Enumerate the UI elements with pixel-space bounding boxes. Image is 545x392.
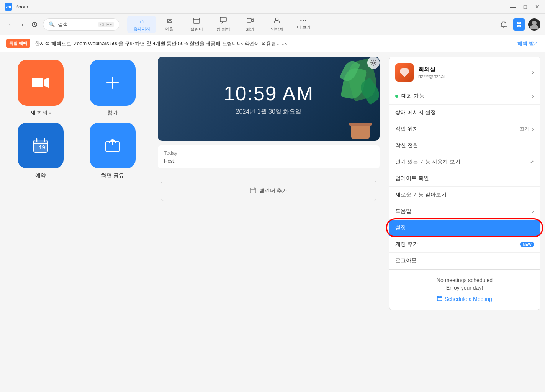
clock-date: 2024년 1월 30일 화요일	[236, 108, 302, 116]
add-account-label: 계정 추가	[395, 241, 517, 248]
available-label: 대화 가능	[401, 93, 529, 100]
tab-calendar[interactable]: 캘린더	[183, 15, 210, 34]
settings-label: 설정	[395, 224, 534, 231]
enjoy-text: Enjoy your day!	[397, 285, 532, 291]
clock-time: 10:59 AM	[224, 82, 314, 105]
nav-history-button[interactable]	[29, 19, 40, 30]
dropdown-item-help[interactable]: 도움말 ›	[389, 203, 540, 220]
minimize-button[interactable]: —	[510, 4, 516, 10]
today-label: Today	[164, 150, 373, 156]
today-panel: Today Host:	[158, 145, 380, 168]
window-controls: — □ ✕	[510, 4, 540, 10]
help-label: 도움말	[395, 208, 529, 215]
app-title: Zoom	[15, 4, 28, 10]
maximize-button[interactable]: □	[522, 4, 528, 10]
dropdown-item-popular-features[interactable]: 인기 있는 기능 사용해 보기 ⤢	[389, 154, 540, 170]
clock-widget: 10:59 AM 2024년 1월 30일 화요일	[158, 57, 380, 141]
search-icon: 🔍	[49, 21, 55, 27]
profile-info: 회의실 rtz***@rtzr.ai	[418, 66, 527, 79]
main-content: 새 회의 ▾ 참가	[0, 52, 545, 390]
search-input[interactable]: 검색	[58, 21, 95, 28]
new-meeting-label: 새 회의 ▾	[30, 109, 51, 116]
tab-home[interactable]: ⌂ 홈페이지	[127, 16, 156, 33]
center-panel: 10:59 AM 2024년 1월 30일 화요일 Today Host: 캘린…	[153, 52, 384, 390]
schedule-meeting-link[interactable]: Schedule a Meeting	[397, 296, 532, 302]
notifications-button[interactable]	[498, 18, 510, 31]
dropdown-item-check-updates[interactable]: 업데이트 확인	[389, 170, 540, 187]
today-host: Host:	[164, 158, 373, 164]
chat-icon	[220, 17, 227, 26]
svg-marker-14	[44, 77, 49, 88]
external-link-icon: ⤢	[530, 159, 534, 165]
dropdown-item-available[interactable]: 대화 가능 ›	[389, 88, 540, 105]
call-forwarding-label: 착신 전환	[395, 142, 534, 149]
tab-meeting[interactable]: 회의	[237, 15, 263, 34]
close-button[interactable]: ✕	[534, 4, 540, 10]
check-updates-label: 업데이트 확인	[395, 175, 534, 182]
settings-gear-button[interactable]	[367, 57, 380, 69]
share-screen-button[interactable]	[90, 122, 136, 168]
tab-mail[interactable]: ✉ 메일	[156, 15, 183, 33]
schedule-label: 예약	[35, 172, 46, 179]
dropdown-item-status-message[interactable]: 상태 메시지 설정	[389, 105, 540, 121]
work-location-label: 작업 위치	[395, 126, 517, 132]
join-button[interactable]	[90, 60, 136, 106]
profile-avatar	[395, 63, 414, 82]
available-arrow-icon: ›	[532, 93, 534, 99]
contacts-icon	[273, 17, 280, 26]
profile-card[interactable]: 회의실 rtz***@rtzr.ai ›	[389, 57, 540, 88]
tab-team-chat[interactable]: 팀 채팅	[210, 15, 237, 34]
nav-forward-button[interactable]: ›	[17, 19, 28, 30]
more-icon: •••	[300, 18, 308, 24]
dropdown-item-call-forwarding[interactable]: 착신 전환	[389, 137, 540, 154]
app-logo: zm	[5, 3, 12, 11]
new-meeting-button[interactable]	[18, 60, 64, 106]
calendar-add-label: 캘린더 추가	[259, 188, 288, 194]
nav-right	[498, 18, 540, 31]
calendar-add-button[interactable]: 캘린더 추가	[161, 181, 376, 201]
share-screen-item: 화면 공유	[80, 122, 146, 179]
schedule-item: 19 예약	[8, 122, 74, 179]
svg-rect-1	[193, 18, 200, 23]
nav-back-button[interactable]: ‹	[5, 19, 15, 30]
mail-icon: ✉	[167, 17, 173, 25]
user-avatar[interactable]	[528, 18, 540, 31]
screen-toggle-button[interactable]	[513, 18, 525, 31]
promo-banner: 특별 혜택 한시적 혜택으로, Zoom Webinars 500을 구매하면 …	[0, 35, 545, 52]
schedule-button[interactable]: 19	[18, 122, 64, 168]
dropdown-item-logout[interactable]: 로그아웃	[389, 253, 540, 269]
search-box[interactable]: 🔍 검색 Ctrl+F	[43, 18, 119, 31]
title-bar: zm Zoom — □ ✕	[0, 0, 545, 14]
new-meeting-item: 새 회의 ▾	[8, 60, 74, 116]
svg-rect-8	[517, 22, 519, 24]
dropdown-item-settings[interactable]: 설정	[389, 220, 540, 236]
dropdown-item-new-features[interactable]: 새로운 기능 알아보기	[389, 187, 540, 203]
svg-rect-11	[519, 25, 521, 27]
logout-label: 로그아웃	[395, 257, 534, 264]
new-badge: NEW	[520, 242, 534, 247]
action-grid: 새 회의 ▾ 참가	[8, 60, 146, 179]
nav-tabs: ⌂ 홈페이지 ✉ 메일 캘린더 팀 채팅 회의	[127, 15, 496, 34]
tab-contacts[interactable]: 연락처	[263, 15, 290, 34]
tab-more[interactable]: ••• 더 보기	[290, 17, 317, 32]
svg-rect-6	[247, 18, 251, 22]
dropdown-item-work-location[interactable]: 작업 위치 끄기 ›	[389, 121, 540, 137]
schedule-meeting-label[interactable]: Schedule a Meeting	[445, 296, 492, 302]
calendar-icon	[193, 17, 200, 26]
profile-dropdown-panel: 회의실 rtz***@rtzr.ai › 대화 가능 › 상태 메시지 설정 작…	[384, 52, 545, 390]
help-arrow-icon: ›	[532, 208, 534, 214]
profile-email: rtz***@rtzr.ai	[418, 74, 527, 79]
calendar-add-icon	[250, 187, 256, 194]
svg-rect-13	[32, 78, 43, 87]
work-location-sub: 끄기	[520, 126, 529, 132]
video-icon	[247, 17, 254, 26]
svg-text:19: 19	[39, 144, 45, 150]
dropdown-item-add-account[interactable]: 계정 추가 NEW	[389, 236, 540, 253]
dropdown-menu: 대화 가능 › 상태 메시지 설정 작업 위치 끄기 › 착신 전환 인기 있는…	[389, 88, 540, 270]
status-message-label: 상태 메시지 설정	[395, 109, 534, 116]
schedule-section: No meetings scheduled Enjoy your day! Sc…	[389, 270, 540, 310]
schedule-link-icon	[437, 296, 442, 302]
promo-link[interactable]: 혜택 받기	[517, 40, 539, 47]
share-screen-label: 화면 공유	[101, 172, 124, 179]
profile-name: 회의실	[418, 66, 527, 73]
